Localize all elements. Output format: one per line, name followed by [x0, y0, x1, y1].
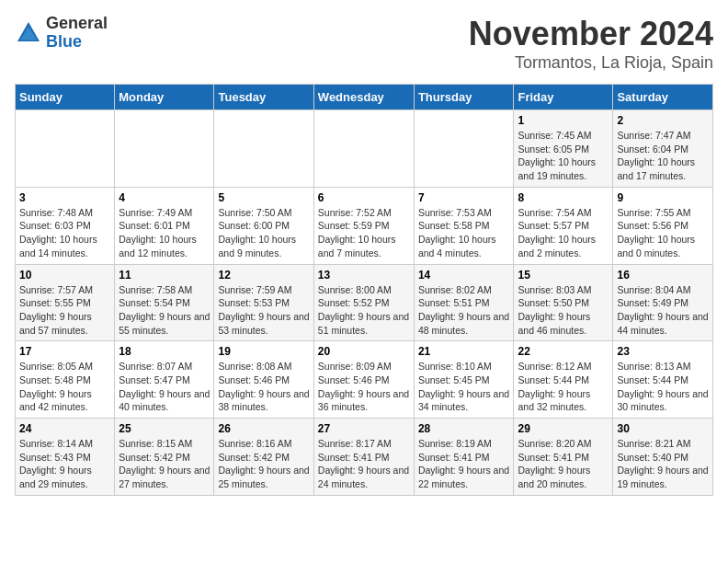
- day-number: 25: [119, 422, 210, 435]
- day-number: 13: [318, 269, 410, 282]
- day-info: Sunrise: 8:16 AM Sunset: 5:42 PM Dayligh…: [218, 437, 309, 491]
- calendar-cell: 26Sunrise: 8:16 AM Sunset: 5:42 PM Dayli…: [214, 419, 313, 496]
- calendar-cell: 18Sunrise: 8:07 AM Sunset: 5:47 PM Dayli…: [115, 341, 214, 419]
- calendar-cell: 22Sunrise: 8:12 AM Sunset: 5:44 PM Dayli…: [514, 341, 613, 419]
- calendar-cell: 7Sunrise: 7:53 AM Sunset: 5:58 PM Daylig…: [414, 187, 514, 264]
- logo-line2: Blue: [46, 33, 108, 52]
- day-info: Sunrise: 8:12 AM Sunset: 5:44 PM Dayligh…: [518, 360, 609, 414]
- calendar-table: SundayMondayTuesdayWednesdayThursdayFrid…: [15, 84, 713, 496]
- calendar-cell: [414, 110, 514, 188]
- day-info: Sunrise: 7:59 AM Sunset: 5:53 PM Dayligh…: [218, 283, 309, 338]
- calendar-cell: 12Sunrise: 7:59 AM Sunset: 5:53 PM Dayli…: [214, 264, 313, 341]
- calendar-cell: [115, 110, 214, 188]
- day-info: Sunrise: 8:04 AM Sunset: 5:49 PM Dayligh…: [617, 283, 709, 338]
- day-number: 27: [318, 422, 410, 435]
- day-number: 11: [119, 269, 210, 282]
- location-title: Tormantos, La Rioja, Spain: [469, 53, 713, 73]
- day-info: Sunrise: 8:13 AM Sunset: 5:44 PM Dayligh…: [617, 360, 709, 414]
- day-info: Sunrise: 7:54 AM Sunset: 5:57 PM Dayligh…: [518, 206, 609, 260]
- day-number: 10: [19, 269, 110, 282]
- day-number: 28: [418, 422, 510, 435]
- day-number: 23: [617, 345, 709, 358]
- week-row-4: 17Sunrise: 8:05 AM Sunset: 5:48 PM Dayli…: [16, 341, 713, 419]
- day-number: 22: [518, 345, 609, 358]
- calendar-cell: 10Sunrise: 7:57 AM Sunset: 5:55 PM Dayli…: [16, 264, 115, 341]
- calendar-cell: 25Sunrise: 8:15 AM Sunset: 5:42 PM Dayli…: [115, 419, 214, 496]
- day-info: Sunrise: 8:14 AM Sunset: 5:43 PM Dayligh…: [19, 437, 110, 491]
- day-number: 19: [218, 345, 309, 358]
- day-info: Sunrise: 8:19 AM Sunset: 5:41 PM Dayligh…: [418, 437, 510, 491]
- calendar-cell: 21Sunrise: 8:10 AM Sunset: 5:45 PM Dayli…: [414, 341, 514, 419]
- calendar-cell: 6Sunrise: 7:52 AM Sunset: 5:59 PM Daylig…: [313, 187, 414, 264]
- calendar-cell: 5Sunrise: 7:50 AM Sunset: 6:00 PM Daylig…: [214, 187, 313, 264]
- day-info: Sunrise: 8:07 AM Sunset: 5:47 PM Dayligh…: [119, 360, 210, 414]
- header: General Blue November 2024 Tormantos, La…: [15, 15, 713, 73]
- day-info: Sunrise: 7:55 AM Sunset: 5:56 PM Dayligh…: [617, 206, 709, 260]
- logo-text: General Blue: [46, 15, 108, 52]
- day-number: 5: [218, 191, 309, 204]
- day-number: 9: [617, 191, 709, 204]
- day-info: Sunrise: 8:05 AM Sunset: 5:48 PM Dayligh…: [19, 360, 110, 414]
- calendar-cell: 3Sunrise: 7:48 AM Sunset: 6:03 PM Daylig…: [16, 187, 115, 264]
- calendar-cell: 15Sunrise: 8:03 AM Sunset: 5:50 PM Dayli…: [514, 264, 613, 341]
- calendar-cell: 29Sunrise: 8:20 AM Sunset: 5:41 PM Dayli…: [514, 419, 613, 496]
- calendar-cell: 2Sunrise: 7:47 AM Sunset: 6:04 PM Daylig…: [613, 110, 713, 188]
- day-number: 3: [19, 191, 110, 204]
- day-number: 14: [418, 269, 510, 282]
- calendar-cell: 23Sunrise: 8:13 AM Sunset: 5:44 PM Dayli…: [613, 341, 713, 419]
- logo-line1: General: [46, 15, 108, 33]
- day-header-wednesday: Wednesday: [313, 85, 414, 110]
- week-row-3: 10Sunrise: 7:57 AM Sunset: 5:55 PM Dayli…: [16, 264, 713, 341]
- calendar-cell: 9Sunrise: 7:55 AM Sunset: 5:56 PM Daylig…: [613, 187, 713, 264]
- day-header-tuesday: Tuesday: [214, 85, 313, 110]
- week-row-2: 3Sunrise: 7:48 AM Sunset: 6:03 PM Daylig…: [16, 187, 713, 264]
- day-number: 7: [418, 191, 510, 204]
- day-info: Sunrise: 8:02 AM Sunset: 5:51 PM Dayligh…: [418, 283, 510, 338]
- day-info: Sunrise: 7:49 AM Sunset: 6:01 PM Dayligh…: [119, 206, 210, 260]
- day-number: 24: [19, 422, 110, 435]
- day-number: 20: [318, 345, 410, 358]
- calendar-cell: 17Sunrise: 8:05 AM Sunset: 5:48 PM Dayli…: [16, 341, 115, 419]
- day-number: 16: [617, 269, 709, 282]
- day-info: Sunrise: 7:53 AM Sunset: 5:58 PM Dayligh…: [418, 206, 510, 260]
- day-info: Sunrise: 7:52 AM Sunset: 5:59 PM Dayligh…: [318, 206, 410, 260]
- day-info: Sunrise: 7:47 AM Sunset: 6:04 PM Dayligh…: [617, 129, 709, 183]
- day-info: Sunrise: 7:58 AM Sunset: 5:54 PM Dayligh…: [119, 283, 210, 338]
- calendar-cell: 4Sunrise: 7:49 AM Sunset: 6:01 PM Daylig…: [115, 187, 214, 264]
- day-number: 4: [119, 191, 210, 204]
- day-info: Sunrise: 8:10 AM Sunset: 5:45 PM Dayligh…: [418, 360, 510, 414]
- day-info: Sunrise: 8:21 AM Sunset: 5:40 PM Dayligh…: [617, 437, 709, 491]
- calendar-cell: 30Sunrise: 8:21 AM Sunset: 5:40 PM Dayli…: [613, 419, 713, 496]
- calendar-cell: [16, 110, 115, 188]
- day-number: 15: [518, 269, 609, 282]
- day-info: Sunrise: 7:48 AM Sunset: 6:03 PM Dayligh…: [19, 206, 110, 260]
- calendar-cell: 19Sunrise: 8:08 AM Sunset: 5:46 PM Dayli…: [214, 341, 313, 419]
- calendar-cell: [313, 110, 414, 188]
- day-info: Sunrise: 8:00 AM Sunset: 5:52 PM Dayligh…: [318, 283, 410, 338]
- day-info: Sunrise: 7:50 AM Sunset: 6:00 PM Dayligh…: [218, 206, 309, 260]
- week-row-1: 1Sunrise: 7:45 AM Sunset: 6:05 PM Daylig…: [16, 110, 713, 188]
- day-header-saturday: Saturday: [613, 85, 713, 110]
- logo-icon: [15, 19, 42, 47]
- day-number: 29: [518, 422, 609, 435]
- calendar-cell: [214, 110, 313, 188]
- calendar-cell: 11Sunrise: 7:58 AM Sunset: 5:54 PM Dayli…: [115, 264, 214, 341]
- day-info: Sunrise: 8:15 AM Sunset: 5:42 PM Dayligh…: [119, 437, 210, 491]
- day-number: 21: [418, 345, 510, 358]
- calendar-cell: 27Sunrise: 8:17 AM Sunset: 5:41 PM Dayli…: [313, 419, 414, 496]
- calendar-cell: 1Sunrise: 7:45 AM Sunset: 6:05 PM Daylig…: [514, 110, 613, 188]
- week-row-5: 24Sunrise: 8:14 AM Sunset: 5:43 PM Dayli…: [16, 419, 713, 496]
- title-area: November 2024 Tormantos, La Rioja, Spain: [469, 15, 713, 73]
- calendar-cell: 8Sunrise: 7:54 AM Sunset: 5:57 PM Daylig…: [514, 187, 613, 264]
- day-number: 8: [518, 191, 609, 204]
- calendar-cell: 16Sunrise: 8:04 AM Sunset: 5:49 PM Dayli…: [613, 264, 713, 341]
- day-header-monday: Monday: [115, 85, 214, 110]
- day-header-friday: Friday: [514, 85, 613, 110]
- calendar-cell: 20Sunrise: 8:09 AM Sunset: 5:46 PM Dayli…: [313, 341, 414, 419]
- day-number: 6: [318, 191, 410, 204]
- calendar-cell: 13Sunrise: 8:00 AM Sunset: 5:52 PM Dayli…: [313, 264, 414, 341]
- day-info: Sunrise: 8:09 AM Sunset: 5:46 PM Dayligh…: [318, 360, 410, 414]
- day-info: Sunrise: 8:03 AM Sunset: 5:50 PM Dayligh…: [518, 283, 609, 338]
- day-number: 30: [617, 422, 709, 435]
- day-info: Sunrise: 8:08 AM Sunset: 5:46 PM Dayligh…: [218, 360, 309, 414]
